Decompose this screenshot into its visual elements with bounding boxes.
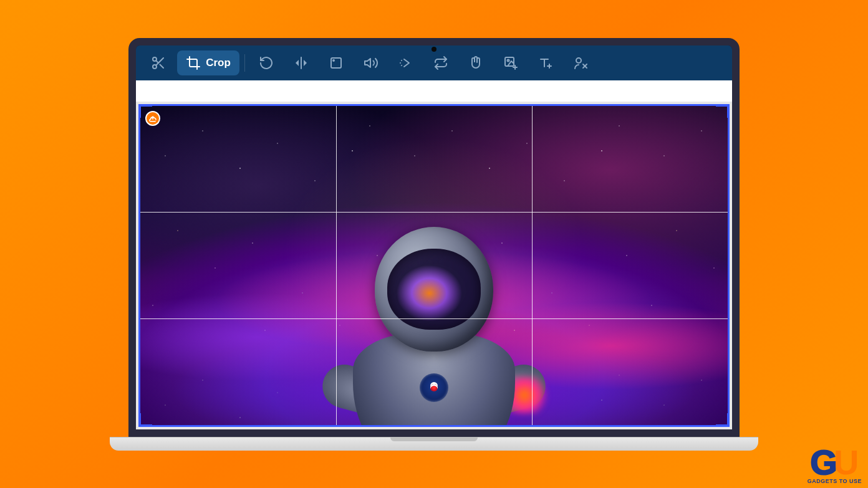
crop-handle-br[interactable] — [716, 413, 730, 427]
flip-icon — [294, 55, 309, 70]
loop-icon — [433, 55, 448, 70]
laptop-frame: Crop — [128, 38, 740, 451]
gesture-tool[interactable] — [460, 50, 492, 75]
watermark: G U GADGETS TO USE — [808, 449, 862, 484]
crop-handle-bl[interactable] — [138, 413, 152, 427]
add-text-tool[interactable] — [529, 50, 562, 75]
crop-tool[interactable]: Crop — [177, 50, 239, 75]
flip-tool[interactable] — [285, 50, 317, 75]
crop-grid-line — [140, 212, 728, 213]
helmet-visor — [387, 249, 481, 330]
aspect-icon — [329, 55, 344, 70]
crop-grid-line — [140, 318, 728, 319]
crop-tool-label: Crop — [206, 57, 231, 69]
speed-icon — [398, 55, 413, 70]
video-editor-app: Crop — [136, 45, 732, 429]
remove-person-tool[interactable] — [564, 50, 597, 75]
svg-point-12 — [508, 59, 509, 61]
image-plus-icon — [503, 55, 518, 70]
speed-tool[interactable] — [390, 50, 422, 75]
volume-icon — [364, 55, 379, 70]
add-image-tool[interactable] — [494, 50, 527, 75]
sub-toolbar — [136, 80, 732, 102]
crop-handle-tr[interactable] — [716, 104, 730, 118]
person-x-icon — [573, 55, 588, 70]
astronaut — [347, 227, 521, 426]
svg-rect-5 — [331, 58, 341, 68]
watermark-logo: G U — [810, 449, 859, 477]
image-content — [140, 106, 728, 425]
svg-line-3 — [160, 64, 163, 68]
watermark-u: U — [834, 449, 859, 477]
webcam-notch — [432, 47, 436, 52]
cloud-upload-icon — [148, 114, 157, 123]
loop-tool[interactable] — [425, 50, 457, 75]
svg-point-17 — [576, 58, 581, 63]
rotate-canvas-tool[interactable] — [320, 50, 352, 75]
volume-tool[interactable] — [355, 50, 387, 75]
upload-badge[interactable] — [145, 111, 160, 126]
canvas-area — [136, 102, 732, 429]
crop-grid-line — [336, 106, 337, 425]
hand-wave-icon — [468, 55, 483, 70]
toolbar-separator — [244, 54, 245, 72]
text-plus-icon — [538, 55, 553, 70]
svg-marker-7 — [365, 59, 370, 67]
svg-point-6 — [333, 60, 334, 61]
laptop-base — [110, 437, 758, 451]
cut-tool[interactable] — [142, 50, 175, 75]
crop-icon — [186, 55, 201, 70]
crop-selection[interactable] — [138, 104, 730, 427]
laptop-screen: Crop — [128, 38, 740, 437]
svg-line-4 — [156, 60, 158, 63]
astronaut-helmet — [375, 227, 493, 352]
watermark-text: GADGETS TO USE — [808, 478, 862, 484]
nasa-patch — [420, 373, 448, 402]
undo-tool[interactable] — [250, 50, 282, 75]
crop-grid-line — [532, 106, 533, 425]
scissors-icon — [151, 55, 166, 70]
undo-icon — [259, 55, 274, 70]
